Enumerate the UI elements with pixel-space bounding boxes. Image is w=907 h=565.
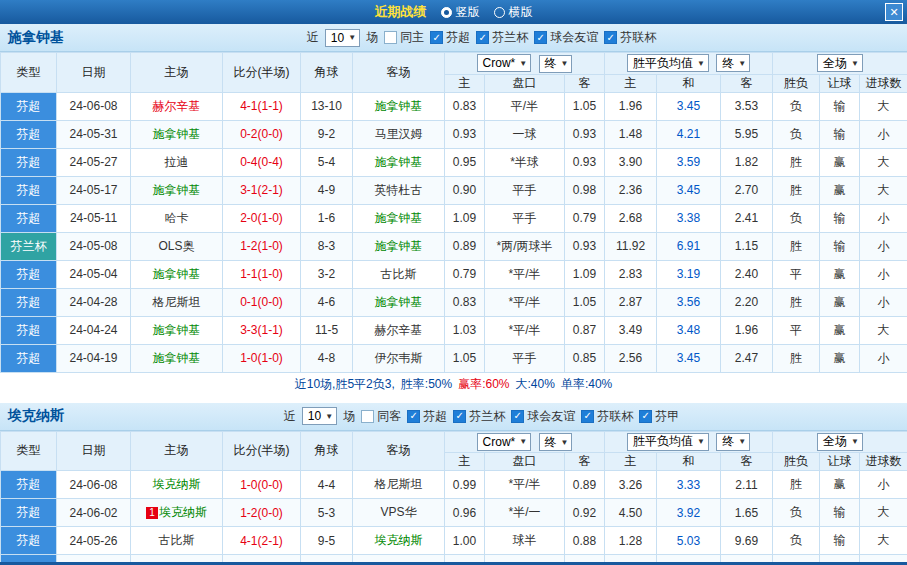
team-link[interactable]: 古比斯	[159, 533, 195, 547]
bookmaker-select[interactable]: Crow* ▼	[477, 433, 532, 451]
corner-score: 9-2	[301, 120, 353, 148]
match-row: 芬超 24-05-26 古比斯 4-1(2-1) 9-5 埃克纳斯 1.00 球…	[1, 527, 907, 555]
team-link[interactable]: 拉迪	[165, 155, 189, 169]
league-filter-checkbox[interactable]: ✓芬兰杯	[476, 29, 528, 46]
scope-select[interactable]: 全场 ▼	[817, 433, 863, 451]
asia-home-odds: 0.90	[445, 176, 485, 204]
league-filter-checkbox[interactable]: ✓芬联杯	[581, 408, 633, 425]
result-goals: 大	[860, 527, 907, 555]
asia-odds-state-select[interactable]: 终 ▼	[539, 55, 573, 73]
asia-away-odds: 1.09	[565, 260, 605, 288]
col-header-handicap: 让球	[820, 453, 860, 471]
euro-odds-state-select[interactable]: 终 ▼	[716, 433, 750, 451]
asia-handicap-line: 平手	[485, 344, 565, 372]
recent-count-select[interactable]: 10 ▼	[325, 29, 360, 47]
league-filter-checkbox[interactable]: ✓球会友谊	[511, 408, 575, 425]
scope-select[interactable]: 全场 ▼	[817, 54, 863, 72]
league-filter-label: 球会友谊	[527, 408, 575, 425]
corner-score: 5-3	[301, 499, 353, 527]
league-badge: 芬超	[1, 148, 57, 176]
euro-odds-select[interactable]: 胜平负均值 ▼	[627, 54, 709, 72]
result-handicap: 赢	[820, 148, 860, 176]
result-goals: 小	[860, 344, 907, 372]
match-date: 24-04-24	[57, 316, 131, 344]
team-link[interactable]: 格尼斯坦	[375, 477, 423, 491]
team-link[interactable]: 埃克纳斯	[375, 533, 423, 547]
euro-away-odds: 3.53	[721, 92, 773, 120]
team-link[interactable]: 施拿钟基	[153, 127, 201, 141]
col-header-date: 日期	[57, 431, 131, 471]
team-link[interactable]: VPS华	[380, 505, 416, 519]
league-filter-checkbox[interactable]: ✓芬兰杯	[453, 408, 505, 425]
team-link[interactable]: 马里汉姆	[375, 127, 423, 141]
team-link[interactable]: 古比斯	[381, 267, 417, 281]
asia-away-odds: 0.98	[565, 176, 605, 204]
close-button[interactable]: ✕	[885, 3, 903, 21]
layout-vertical-radio[interactable]: 竖版	[441, 4, 480, 21]
league-filter-checkbox[interactable]: ✓芬超	[430, 29, 470, 46]
team-link[interactable]: 埃克纳斯	[153, 477, 201, 491]
team-link[interactable]: 赫尔辛基	[375, 323, 423, 337]
score: 0-2(0-0)	[223, 120, 301, 148]
asia-handicap-line: 平/半	[485, 92, 565, 120]
euro-draw-odds: 3.33	[657, 471, 721, 499]
team-link[interactable]: 施拿钟基	[375, 239, 423, 253]
team-link[interactable]: 施拿钟基	[375, 99, 423, 113]
team-link[interactable]: 施拿钟基	[153, 267, 201, 281]
home-team-cell: OLS奥	[131, 232, 223, 260]
team-link[interactable]: 埃克纳斯	[159, 505, 207, 519]
checkbox-checked-icon: ✓	[430, 31, 443, 44]
result-wdl: 负	[773, 527, 820, 555]
result-handicap: 输	[820, 204, 860, 232]
team-link[interactable]: 施拿钟基	[153, 323, 201, 337]
asia-odds-state-select[interactable]: 终 ▼	[539, 433, 573, 451]
team-link[interactable]: 哈卡	[165, 211, 189, 225]
home-team-cell: 1埃克纳斯	[131, 499, 223, 527]
euro-away-odds: 1.65	[721, 499, 773, 527]
euro-home-odds: 11.92	[605, 232, 657, 260]
score: 3-1(2-1)	[223, 176, 301, 204]
team-link[interactable]: 施拿钟基	[375, 155, 423, 169]
team-link[interactable]: 英特杜古	[375, 183, 423, 197]
layout-horizontal-radio[interactable]: 横版	[494, 4, 533, 21]
euro-draw-odds: 6.91	[657, 232, 721, 260]
euro-home-odds: 3.90	[605, 148, 657, 176]
same-venue-checkbox[interactable]: 同主	[384, 29, 424, 46]
score: 1-0(1-0)	[223, 344, 301, 372]
result-goals: 小	[860, 204, 907, 232]
team-link[interactable]: 施拿钟基	[153, 351, 201, 365]
team-link[interactable]: 赫尔辛基	[153, 99, 201, 113]
home-team-cell: 施拿钟基	[131, 176, 223, 204]
bookmaker-select[interactable]: Crow* ▼	[477, 54, 532, 72]
league-filter-label: 芬甲	[655, 408, 679, 425]
result-goals: 大	[860, 176, 907, 204]
league-filter-checkbox[interactable]: ✓芬甲	[639, 408, 679, 425]
result-handicap: 赢	[820, 471, 860, 499]
matches-unit-label: 场	[343, 408, 355, 425]
layout-vertical-label: 竖版	[456, 4, 480, 21]
team-link[interactable]: 施拿钟基	[375, 295, 423, 309]
scope-value: 全场	[823, 433, 847, 450]
team-link[interactable]: OLS奥	[158, 239, 194, 253]
col-header-wdl: 胜负	[773, 74, 820, 92]
team-link[interactable]: 施拿钟基	[375, 211, 423, 225]
result-wdl: 胜	[773, 148, 820, 176]
same-venue-checkbox[interactable]: 同客	[361, 408, 401, 425]
team-link[interactable]: 格尼斯坦	[153, 295, 201, 309]
team-link[interactable]: 伊尔韦斯	[375, 351, 423, 365]
away-team-cell: 施拿钟基	[353, 288, 445, 316]
league-filter-checkbox[interactable]: ✓球会友谊	[534, 29, 598, 46]
euro-odds-state-select[interactable]: 终 ▼	[716, 54, 750, 72]
match-row: 芬超 24-06-08 赫尔辛基 4-1(1-1) 13-10 施拿钟基 0.8…	[1, 92, 907, 120]
league-filter-checkbox[interactable]: ✓芬联杯	[604, 29, 656, 46]
league-filter-group: ✓芬超✓芬兰杯✓球会友谊✓芬联杯	[430, 29, 656, 46]
section-header-bar: 施拿钟基 近 10 ▼ 场 同主 ✓芬超✓芬兰杯✓球会友谊✓芬联杯	[0, 24, 907, 52]
corner-score: 13-10	[301, 92, 353, 120]
team-link[interactable]: 施拿钟基	[153, 183, 201, 197]
away-team-cell: 伊尔韦斯	[353, 344, 445, 372]
league-filter-checkbox[interactable]: ✓芬超	[407, 408, 447, 425]
league-badge: 芬超	[1, 176, 57, 204]
recent-count-select[interactable]: 10 ▼	[302, 407, 337, 425]
euro-odds-select[interactable]: 胜平负均值 ▼	[627, 433, 709, 451]
col-header-asia-line: 盘口	[485, 453, 565, 471]
